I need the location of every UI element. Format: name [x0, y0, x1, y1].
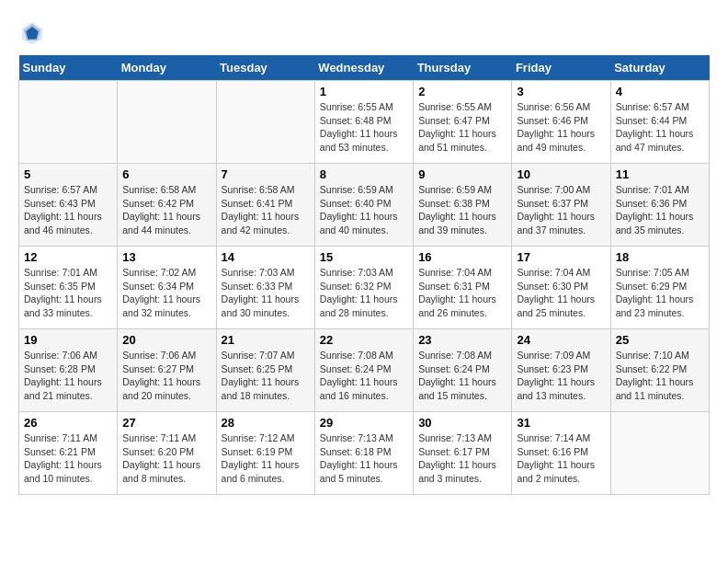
calendar-cell: 6Sunrise: 6:58 AM Sunset: 6:42 PM Daylig… [118, 164, 216, 247]
day-number: 19 [24, 333, 112, 347]
day-info: Sunrise: 6:59 AM Sunset: 6:38 PM Dayligh… [418, 183, 506, 237]
calendar-cell: 5Sunrise: 6:57 AM Sunset: 6:43 PM Daylig… [19, 164, 118, 247]
day-info: Sunrise: 7:09 AM Sunset: 6:23 PM Dayligh… [517, 349, 605, 403]
day-info: Sunrise: 7:08 AM Sunset: 6:24 PM Dayligh… [320, 349, 408, 403]
day-info: Sunrise: 6:59 AM Sunset: 6:40 PM Dayligh… [320, 183, 408, 237]
day-number: 16 [418, 250, 506, 264]
day-info: Sunrise: 7:07 AM Sunset: 6:25 PM Dayligh… [222, 349, 310, 403]
day-number: 5 [24, 167, 112, 181]
calendar-cell: 13Sunrise: 7:02 AM Sunset: 6:34 PM Dayli… [118, 247, 216, 329]
day-number: 28 [222, 416, 310, 430]
day-number: 9 [418, 167, 506, 181]
calendar-week-1: 1Sunrise: 6:55 AM Sunset: 6:48 PM Daylig… [19, 81, 710, 164]
calendar-cell: 11Sunrise: 7:01 AM Sunset: 6:36 PM Dayli… [610, 164, 709, 247]
day-info: Sunrise: 6:55 AM Sunset: 6:48 PM Dayligh… [320, 100, 408, 155]
day-number: 4 [616, 85, 704, 98]
day-info: Sunrise: 7:02 AM Sunset: 6:34 PM Dayligh… [122, 266, 210, 320]
day-number: 30 [418, 416, 506, 430]
calendar-cell: 26Sunrise: 7:11 AM Sunset: 6:21 PM Dayli… [19, 412, 118, 495]
calendar-cell: 10Sunrise: 7:00 AM Sunset: 6:37 PM Dayli… [512, 164, 610, 247]
day-number: 31 [517, 416, 605, 430]
calendar-cell: 16Sunrise: 7:04 AM Sunset: 6:31 PM Dayli… [414, 247, 512, 329]
calendar-cell: 20Sunrise: 7:06 AM Sunset: 6:27 PM Dayli… [118, 329, 216, 412]
calendar-table: SundayMondayTuesdayWednesdayThursdayFrid… [18, 55, 710, 495]
day-number: 26 [24, 416, 112, 430]
calendar-cell: 2Sunrise: 6:55 AM Sunset: 6:47 PM Daylig… [414, 81, 512, 164]
day-number: 11 [616, 167, 704, 181]
day-info: Sunrise: 6:58 AM Sunset: 6:42 PM Dayligh… [122, 183, 210, 237]
day-info: Sunrise: 7:03 AM Sunset: 6:32 PM Dayligh… [320, 266, 408, 320]
day-info: Sunrise: 6:57 AM Sunset: 6:44 PM Dayligh… [616, 100, 704, 155]
calendar-week-3: 12Sunrise: 7:01 AM Sunset: 6:35 PM Dayli… [19, 247, 710, 329]
logo [18, 18, 51, 46]
day-info: Sunrise: 7:06 AM Sunset: 6:27 PM Dayligh… [122, 349, 210, 403]
calendar-cell: 7Sunrise: 6:58 AM Sunset: 6:41 PM Daylig… [216, 164, 314, 247]
day-info: Sunrise: 7:04 AM Sunset: 6:30 PM Dayligh… [517, 266, 605, 320]
calendar-cell: 28Sunrise: 7:12 AM Sunset: 6:19 PM Dayli… [216, 412, 314, 495]
calendar-week-5: 26Sunrise: 7:11 AM Sunset: 6:21 PM Dayli… [19, 412, 710, 495]
day-number: 21 [222, 333, 310, 347]
weekday-header-friday: Friday [512, 55, 610, 81]
day-info: Sunrise: 7:04 AM Sunset: 6:31 PM Dayligh… [418, 266, 506, 320]
day-info: Sunrise: 7:10 AM Sunset: 6:22 PM Dayligh… [616, 349, 704, 403]
day-number: 7 [222, 167, 310, 181]
day-info: Sunrise: 6:55 AM Sunset: 6:47 PM Dayligh… [418, 100, 506, 155]
calendar-cell: 15Sunrise: 7:03 AM Sunset: 6:32 PM Dayli… [314, 247, 413, 329]
day-info: Sunrise: 7:01 AM Sunset: 6:35 PM Dayligh… [24, 266, 112, 320]
day-info: Sunrise: 7:13 AM Sunset: 6:17 PM Dayligh… [418, 431, 506, 486]
calendar-cell: 23Sunrise: 7:08 AM Sunset: 6:24 PM Dayli… [414, 329, 512, 412]
calendar-cell: 19Sunrise: 7:06 AM Sunset: 6:28 PM Dayli… [19, 329, 118, 412]
calendar-cell: 27Sunrise: 7:11 AM Sunset: 6:20 PM Dayli… [118, 412, 216, 495]
weekday-header-row: SundayMondayTuesdayWednesdayThursdayFrid… [19, 55, 710, 81]
calendar-body: 1Sunrise: 6:55 AM Sunset: 6:48 PM Daylig… [19, 81, 710, 495]
day-info: Sunrise: 6:57 AM Sunset: 6:43 PM Dayligh… [24, 183, 112, 237]
weekday-header-sunday: Sunday [19, 55, 118, 81]
calendar-cell: 3Sunrise: 6:56 AM Sunset: 6:46 PM Daylig… [512, 81, 610, 164]
weekday-header-monday: Monday [118, 55, 216, 81]
weekday-header-thursday: Thursday [414, 55, 512, 81]
calendar-cell: 4Sunrise: 6:57 AM Sunset: 6:44 PM Daylig… [610, 81, 709, 164]
calendar-week-4: 19Sunrise: 7:06 AM Sunset: 6:28 PM Dayli… [19, 329, 710, 412]
day-info: Sunrise: 7:11 AM Sunset: 6:21 PM Dayligh… [24, 431, 112, 486]
day-info: Sunrise: 7:03 AM Sunset: 6:33 PM Dayligh… [222, 266, 310, 320]
calendar-cell: 22Sunrise: 7:08 AM Sunset: 6:24 PM Dayli… [314, 329, 413, 412]
day-number: 6 [122, 167, 210, 181]
calendar-cell: 8Sunrise: 6:59 AM Sunset: 6:40 PM Daylig… [314, 164, 413, 247]
calendar-cell: 30Sunrise: 7:13 AM Sunset: 6:17 PM Dayli… [414, 412, 512, 495]
day-info: Sunrise: 7:12 AM Sunset: 6:19 PM Dayligh… [222, 431, 310, 486]
calendar-week-2: 5Sunrise: 6:57 AM Sunset: 6:43 PM Daylig… [19, 164, 710, 247]
calendar-cell [610, 412, 709, 495]
calendar-cell: 17Sunrise: 7:04 AM Sunset: 6:30 PM Dayli… [512, 247, 610, 329]
day-number: 25 [616, 333, 704, 347]
calendar-cell: 14Sunrise: 7:03 AM Sunset: 6:33 PM Dayli… [216, 247, 314, 329]
day-number: 12 [24, 250, 112, 264]
day-info: Sunrise: 6:58 AM Sunset: 6:41 PM Dayligh… [222, 183, 310, 237]
day-info: Sunrise: 7:06 AM Sunset: 6:28 PM Dayligh… [24, 349, 112, 403]
day-info: Sunrise: 6:56 AM Sunset: 6:46 PM Dayligh… [517, 100, 605, 155]
day-info: Sunrise: 7:08 AM Sunset: 6:24 PM Dayligh… [418, 349, 506, 403]
calendar-cell [216, 81, 314, 164]
day-info: Sunrise: 7:11 AM Sunset: 6:20 PM Dayligh… [122, 431, 210, 486]
day-info: Sunrise: 7:14 AM Sunset: 6:16 PM Dayligh… [517, 431, 605, 486]
day-number: 15 [320, 250, 408, 264]
calendar-cell: 21Sunrise: 7:07 AM Sunset: 6:25 PM Dayli… [216, 329, 314, 412]
calendar-cell: 1Sunrise: 6:55 AM Sunset: 6:48 PM Daylig… [314, 81, 413, 164]
day-number: 13 [122, 250, 210, 264]
day-number: 22 [320, 333, 408, 347]
weekday-header-tuesday: Tuesday [216, 55, 314, 81]
calendar-cell: 31Sunrise: 7:14 AM Sunset: 6:16 PM Dayli… [512, 412, 610, 495]
weekday-header-wednesday: Wednesday [314, 55, 413, 81]
page-header [18, 18, 710, 46]
calendar-cell [19, 81, 118, 164]
day-number: 20 [122, 333, 210, 347]
day-number: 10 [517, 167, 605, 181]
calendar-cell: 29Sunrise: 7:13 AM Sunset: 6:18 PM Dayli… [314, 412, 413, 495]
calendar-cell: 24Sunrise: 7:09 AM Sunset: 6:23 PM Dayli… [512, 329, 610, 412]
day-number: 23 [418, 333, 506, 347]
day-number: 17 [517, 250, 605, 264]
day-number: 18 [616, 250, 704, 264]
day-number: 8 [320, 167, 408, 181]
day-info: Sunrise: 7:00 AM Sunset: 6:37 PM Dayligh… [517, 183, 605, 237]
day-info: Sunrise: 7:05 AM Sunset: 6:29 PM Dayligh… [616, 266, 704, 320]
day-number: 1 [320, 85, 408, 98]
